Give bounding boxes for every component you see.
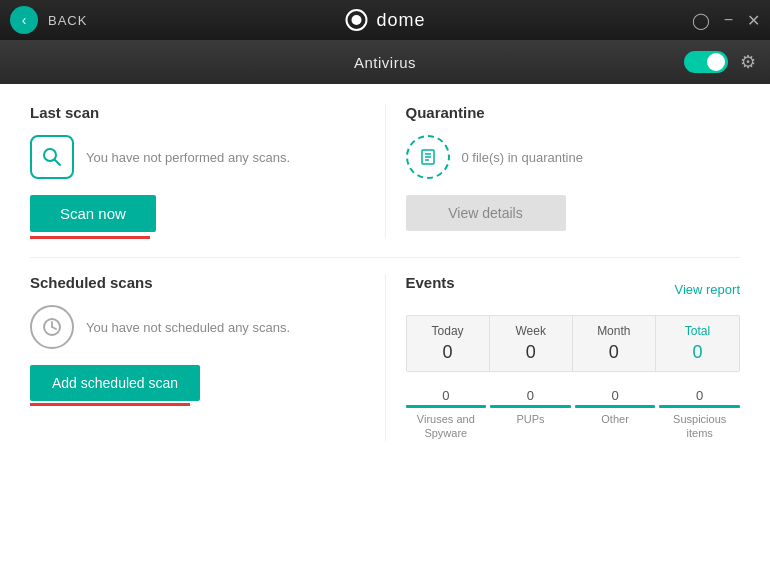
back-label[interactable]: BACK — [48, 13, 87, 28]
stat-value: 0 — [406, 388, 487, 403]
stat-value: 0 — [659, 388, 740, 403]
view-report-link[interactable]: View report — [674, 282, 740, 297]
quarantine-panel: Quarantine 0 file(s) in quarantine View … — [385, 104, 741, 239]
events-label: Today — [411, 324, 485, 338]
add-scheduled-scan-button[interactable]: Add scheduled scan — [30, 365, 200, 401]
last-scan-message: You have not performed any scans. — [86, 150, 290, 165]
stat-label: Viruses and Spyware — [406, 412, 487, 441]
user-icon[interactable]: ◯ — [692, 11, 710, 30]
events-value: 0 — [411, 342, 485, 363]
last-scan-panel: Last scan You have not performed any sca… — [30, 104, 385, 239]
events-label: Month — [577, 324, 651, 338]
stat-label: Suspicious items — [659, 412, 740, 441]
quarantine-icon — [406, 135, 450, 179]
svg-line-3 — [55, 160, 61, 166]
quarantine-message: 0 file(s) in quarantine — [462, 150, 583, 165]
stat-label: Other — [575, 412, 656, 426]
events-header: Events View report — [406, 274, 741, 305]
last-scan-title: Last scan — [30, 104, 365, 121]
events-table: Today 0 Week 0 Month 0 Total 0 — [406, 315, 741, 372]
svg-line-10 — [52, 327, 56, 329]
antivirus-title: Antivirus — [354, 54, 416, 71]
events-value: 0 — [494, 342, 568, 363]
quarantine-title: Quarantine — [406, 104, 741, 121]
events-label: Week — [494, 324, 568, 338]
scan-now-button[interactable]: Scan now — [30, 195, 156, 232]
events-cell-total: Total 0 — [656, 316, 739, 371]
stat-item-3: 0 Suspicious items — [659, 388, 740, 441]
quarantine-info: 0 file(s) in quarantine — [406, 135, 741, 179]
scheduled-scans-message: You have not scheduled any scans. — [86, 320, 290, 335]
minimize-button[interactable]: − — [724, 11, 733, 29]
events-cell-month: Month 0 — [573, 316, 656, 371]
stat-bar — [406, 405, 487, 408]
back-button[interactable]: ‹ — [10, 6, 38, 34]
toggle-knob — [707, 53, 725, 71]
close-button[interactable]: ✕ — [747, 11, 760, 30]
events-value: 0 — [577, 342, 651, 363]
antivirus-bar: Antivirus ⚙ — [0, 40, 770, 84]
events-value: 0 — [660, 342, 735, 363]
top-section: Last scan You have not performed any sca… — [30, 104, 740, 239]
logo-area: dome — [344, 8, 425, 32]
section-divider — [30, 257, 740, 258]
settings-icon[interactable]: ⚙ — [740, 51, 756, 73]
stat-item-0: 0 Viruses and Spyware — [406, 388, 487, 441]
scheduled-scans-title: Scheduled scans — [30, 274, 365, 291]
title-bar-left: ‹ BACK — [10, 6, 87, 34]
events-cell-today: Today 0 — [407, 316, 490, 371]
stat-item-2: 0 Other — [575, 388, 656, 441]
stats-row: 0 Viruses and Spyware 0 PUPs 0 Other 0 S… — [406, 388, 741, 441]
svg-point-1 — [351, 15, 361, 25]
last-scan-info: You have not performed any scans. — [30, 135, 365, 179]
events-panel: Events View report Today 0 Week 0 Month … — [385, 274, 741, 441]
logo-icon — [344, 8, 368, 32]
scan-magnifier-icon — [30, 135, 74, 179]
add-scan-btn-underline — [30, 403, 190, 406]
scheduled-scans-panel: Scheduled scans You have not scheduled a… — [30, 274, 385, 441]
stat-label: PUPs — [490, 412, 571, 426]
events-label: Total — [660, 324, 735, 338]
stat-value: 0 — [490, 388, 571, 403]
events-cell-week: Week 0 — [490, 316, 573, 371]
stat-value: 0 — [575, 388, 656, 403]
main-content: Last scan You have not performed any sca… — [0, 84, 770, 570]
bottom-section: Scheduled scans You have not scheduled a… — [30, 274, 740, 441]
clock-icon — [30, 305, 74, 349]
stat-bar — [575, 405, 656, 408]
title-bar: ‹ BACK dome ◯ − ✕ — [0, 0, 770, 40]
window-controls: ◯ − ✕ — [692, 11, 760, 30]
view-details-button[interactable]: View details — [406, 195, 566, 231]
antivirus-controls: ⚙ — [684, 51, 756, 73]
stat-bar — [490, 405, 571, 408]
back-arrow-icon: ‹ — [22, 12, 27, 28]
antivirus-toggle[interactable] — [684, 51, 728, 73]
scan-btn-underline — [30, 236, 150, 239]
logo-text: dome — [376, 10, 425, 31]
events-title: Events — [406, 274, 455, 291]
stat-item-1: 0 PUPs — [490, 388, 571, 441]
scheduled-scans-info: You have not scheduled any scans. — [30, 305, 365, 349]
stat-bar — [659, 405, 740, 408]
